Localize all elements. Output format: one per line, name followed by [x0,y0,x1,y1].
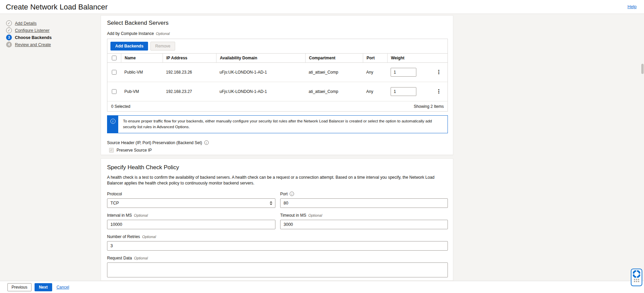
optional-label: Optional [134,256,148,260]
wizard-step-review-create[interactable]: 4 Review and Create [0,41,98,48]
optional-label: Optional [134,213,148,217]
info-icon[interactable]: i [290,192,294,196]
info-icon[interactable]: i [204,140,209,145]
create-nlb-page: Create Network Load Balancer Help ✓ Add … [0,0,644,293]
backend-port: Any [363,89,387,94]
backend-port: Any [363,70,387,75]
step-number-icon: 4 [6,42,12,47]
backend-availability-domain: uFjs:UK-LONDON-1-AD-1 [216,70,305,75]
protocol-field: Protocol TCP [107,192,275,208]
request-data-field: Request Data Optional This will be base6… [107,256,448,281]
info-icon: i [110,119,116,124]
health-section-description: A health check is a test to confirm the … [107,175,448,187]
add-backends-button[interactable]: Add Backends [110,42,148,51]
port-input[interactable] [280,198,448,208]
timeout-field: Timeout in MS Optional [280,213,448,229]
port-field: Port i [280,192,448,208]
backend-section-title: Select Backend Servers [107,20,448,26]
protocol-select[interactable]: TCP [107,198,275,208]
support-assistant-widget[interactable] [631,269,642,286]
backend-compartment: ati_attaei_Comp [305,70,363,75]
health-check-policy-panel: Specify Health Check Policy A health che… [101,158,453,281]
source-header-preservation-label: Source Header (IP, Port) Preservation (B… [107,140,448,145]
table-row: Pub-VM 192.168.23.27 uFjs:UK-LONDON-1-AD… [107,82,448,101]
previous-button[interactable]: Previous [7,283,32,291]
optional-label: Optional [308,213,322,217]
table-row: Public-VM 192.168.23.26 uFjs:UK-LONDON-1… [107,63,448,82]
check-icon: ✓ [6,27,12,33]
optional-label: Optional [142,235,156,239]
wizard-step-label: Choose Backends [15,35,51,40]
wizard-nav: ✓ Add Details ✓ Configure Listener 3 Cho… [0,20,98,48]
select-backend-servers-panel: Select Backend Servers Add by Compute In… [101,15,453,155]
port-label: Port [280,192,288,196]
cancel-link[interactable]: Cancel [57,285,69,290]
select-updown-icon [270,201,272,205]
security-rules-info-banner: i To ensure proper traffic flow for your… [107,115,448,133]
page-header: Create Network Load Balancer Help [0,0,644,14]
wizard-step-label[interactable]: Review and Create [15,42,51,47]
backend-availability-domain: uFjs:UK-LONDON-1-AD-1 [216,89,305,94]
life-ring-icon [633,270,640,278]
column-header-port: Port [363,54,387,62]
add-by-compute-instance-label: Add by Compute Instance Optional [107,31,448,36]
row-actions-kebab-icon[interactable]: ⋮ [435,69,443,76]
interval-input[interactable] [107,220,275,229]
wizard-step-configure-listener[interactable]: ✓ Configure Listener [0,27,98,34]
interval-label: Interval in MS [107,213,132,218]
wizard-step-label[interactable]: Add Details [15,21,37,26]
selected-count: 0 Selected [111,104,130,109]
select-all-checkbox[interactable] [112,56,117,60]
retries-input[interactable] [107,241,448,251]
column-header-weight: Weight [387,54,448,62]
optional-label: Optional [156,32,170,36]
protocol-selected-value: TCP [110,201,119,206]
check-icon: ✓ [6,20,12,26]
backend-compartment: ati_attaei_Comp [305,89,363,94]
backend-ip: 192.168.23.27 [163,89,216,94]
next-button[interactable]: Next [35,283,52,291]
wizard-step-choose-backends: 3 Choose Backends [0,34,98,41]
column-header-ip-address: IP Address [163,54,216,62]
weight-input[interactable] [391,87,416,96]
info-banner-stripe: i [107,116,118,133]
step-number-icon: 3 [6,35,12,40]
retries-label: Number of Retries [107,234,140,239]
info-banner-text: To ensure proper traffic flow for your b… [118,116,443,133]
weight-input[interactable] [391,68,416,77]
wizard-step-add-details[interactable]: ✓ Add Details [0,20,98,27]
add-by-label-text: Add by Compute Instance [107,31,154,36]
request-data-textarea[interactable] [107,262,448,277]
row-actions-kebab-icon[interactable]: ⋮ [435,88,443,95]
row-checkbox[interactable] [112,70,117,75]
retries-field: Number of Retries Optional [107,234,448,251]
help-link[interactable]: Help [627,4,637,9]
backend-ip: 192.168.23.26 [163,70,216,75]
vertical-scrollbar-thumb[interactable] [641,64,644,74]
wizard-footer: Previous Next Cancel [0,281,644,293]
wizard-step-label[interactable]: Configure Listener [15,28,49,33]
backend-table: Add Backends Remove Name IP Address Avai… [107,39,448,112]
preserve-source-ip-checkbox: ✓ [109,148,114,153]
page-title: Create Network Load Balancer [6,3,108,12]
column-header-compartment: Compartment [305,54,363,62]
backend-name: Pub-VM [121,89,163,94]
protocol-label: Protocol [107,192,122,196]
column-header-name: Name [121,54,163,62]
row-checkbox[interactable] [112,89,117,94]
interval-field: Interval in MS Optional [107,213,275,229]
column-header-availability-domain: Availability Domain [216,54,305,62]
request-data-label: Request Data [107,256,132,260]
preserve-source-ip-row: ✓ Preserve Source IP [109,148,448,153]
source-header-label-text: Source Header (IP, Port) Preservation (B… [107,140,202,145]
showing-items: Showing 2 Items [414,104,444,109]
timeout-label: Timeout in MS [280,213,306,218]
backend-table-header-row: Name IP Address Availability Domain Comp… [107,53,448,63]
backend-name: Public-VM [121,70,163,75]
backend-table-footer: 0 Selected Showing 2 Items [107,101,448,111]
timeout-input[interactable] [280,220,448,229]
preserve-source-ip-label: Preserve Source IP [117,148,152,153]
remove-button: Remove [150,42,175,51]
health-section-title: Specify Health Check Policy [107,164,448,171]
drag-dots-icon [634,279,639,282]
